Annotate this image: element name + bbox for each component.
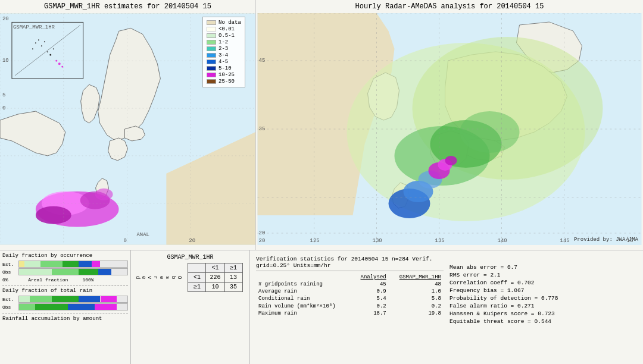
right-map-panel: Hourly Radar-AMeDAS analysis for 2014050…	[256, 0, 643, 250]
svg-text:125: 125	[310, 238, 320, 244]
svg-point-62	[445, 156, 457, 165]
svg-point-38	[49, 54, 51, 56]
est-label-2: Est.	[2, 297, 17, 302]
svg-text:140: 140	[498, 238, 507, 244]
svg-text:130: 130	[373, 238, 382, 244]
svg-text:20: 20	[189, 238, 195, 244]
stat-far: False alarm ratio = 0.271	[450, 303, 637, 309]
legend-panel: No data <0.01 0.5-1 1-2 2-3 3-4	[202, 17, 245, 87]
svg-text:0: 0	[124, 238, 127, 244]
est-occurrence-row: Est.	[2, 261, 128, 268]
contingency-title: GSMAP_MWR_1HR	[135, 254, 246, 261]
svg-point-39	[53, 48, 54, 49]
chart-title-1: Daily fraction by occurrence	[2, 253, 128, 259]
svg-text:5: 5	[2, 92, 5, 98]
est-rain-row: Est.	[2, 296, 128, 303]
svg-text:135: 135	[435, 238, 445, 244]
svg-marker-4	[108, 138, 128, 161]
verification-main: Verification statistics for 20140504 15 …	[256, 254, 444, 360]
table-row: Average rain 0.9 1.0	[256, 288, 444, 295]
legend-2-3: 2-3	[207, 46, 241, 52]
obs-rain-track	[18, 303, 128, 310]
legend-5-10: 5-10	[207, 65, 241, 71]
right-map-canvas: 45 35 20 125 130 135 140 145 15 20 Provi…	[256, 13, 643, 245]
x-axis-label: 0% Areal fraction 100%	[2, 277, 128, 283]
bottom-charts: Daily fraction by occurrence Est. Obs	[0, 250, 131, 364]
contingency-table: <1 ≥1 <1 226 13 ≥1 10 35	[188, 263, 242, 292]
svg-point-10	[36, 206, 71, 224]
total-rain-chart: Est. Obs	[2, 296, 128, 310]
stat-freq-bias: Frequency bias = 1.067	[450, 287, 637, 294]
svg-text:20: 20	[259, 230, 266, 236]
row-analysed-0: 45	[352, 281, 388, 288]
svg-text:0: 0	[2, 105, 5, 111]
col-gsmap-header: GSMAP_MWR_1HR	[389, 274, 444, 281]
row-lt1: <1	[188, 273, 206, 283]
col-gte1: ≥1	[224, 263, 242, 273]
svg-point-40	[55, 60, 57, 62]
stat-pod: Probability of detection = 0.778	[450, 295, 637, 302]
svg-text:35: 35	[259, 126, 266, 132]
bottom-section: Daily fraction by occurrence Est. Obs	[0, 250, 643, 364]
col-lt1: <1	[206, 263, 224, 273]
svg-text:145: 145	[560, 238, 570, 244]
cell-11: 35	[224, 283, 242, 292]
legend-3-4: 3-4	[207, 52, 241, 58]
left-map-title: GSMAP_MWR_1HR estimates for 20140504 15	[0, 0, 255, 13]
chart-title-2: Daily fraction of total rain	[2, 288, 128, 294]
legend-no-data: No data	[207, 20, 241, 26]
svg-point-37	[47, 51, 48, 52]
svg-text:45: 45	[259, 58, 266, 64]
main-container: GSMAP_MWR_1HR estimates for 20140504 15	[0, 0, 643, 364]
est-rain-track	[18, 296, 128, 303]
legend-25-50: 25-50	[207, 79, 241, 84]
verification-section: Verification statistics for 20140504 15 …	[250, 250, 643, 364]
legend-1-2: 1-2	[207, 39, 241, 45]
legend-05-1: 0.5-1	[207, 33, 241, 39]
stat-corr: Correlation coeff = 0.702	[450, 280, 637, 286]
row-gte1: ≥1	[188, 283, 206, 292]
est-bar-track	[18, 261, 128, 268]
svg-text:ANAL: ANAL	[136, 232, 149, 238]
row-label-1: Average rain	[256, 288, 352, 295]
row-analysed-3: 0.2	[352, 302, 388, 310]
legend-4-5: 4-5	[207, 59, 241, 65]
empty-header	[188, 263, 206, 273]
table-row: Rain volume (mm*km²×10⁶) 0.2 0.2	[256, 302, 444, 310]
stat-mae: Mean abs error = 0.7	[450, 264, 637, 271]
row-label-4: Maximum rain	[256, 310, 352, 317]
svg-point-56	[460, 111, 520, 153]
svg-point-12	[95, 189, 113, 200]
provided-by: Provided by: JWA/JMA	[574, 237, 638, 243]
svg-point-32	[35, 42, 36, 43]
svg-point-36	[44, 41, 45, 42]
row-gsmap-3: 0.2	[389, 302, 444, 310]
stat-rms: RMS error = 2.1	[450, 272, 637, 278]
row-gsmap-4: 19.8	[389, 310, 444, 317]
row-gsmap-1: 1.0	[389, 288, 444, 295]
svg-text:20: 20	[2, 16, 9, 22]
chart-title-3: Rainfall accumulation by amount	[2, 316, 128, 322]
obs-label-2: Obs	[2, 305, 17, 310]
obs-vertical-label: O b s e r v e d	[135, 276, 182, 279]
table-row: # gridpoints raining 45 48	[256, 281, 444, 288]
table-row: Conditional rain 5.4 5.8	[256, 295, 444, 302]
obs-bar-track	[18, 268, 128, 275]
table-row: Maximum rain 18.7 19.8	[256, 310, 444, 317]
col-label-header	[256, 274, 352, 281]
row-analysed-1: 0.9	[352, 288, 388, 295]
contingency-section: GSMAP_MWR_1HR O b s e r v e d <1 ≥1 <1 2…	[131, 250, 250, 364]
svg-text:20: 20	[259, 238, 266, 244]
legend-lt-001: <0.01	[207, 26, 241, 32]
svg-text:10: 10	[2, 58, 9, 64]
row-gsmap-0: 48	[389, 281, 444, 288]
occurrence-chart: Est. Obs	[2, 261, 128, 275]
row-label-3: Rain volume (mm*km²×10⁶)	[256, 302, 352, 310]
row-analysed-4: 18.7	[352, 310, 388, 317]
row-label-0: # gridpoints raining	[256, 281, 352, 288]
row-analysed-2: 5.4	[352, 295, 388, 302]
cell-00: 226	[206, 273, 224, 283]
est-label: Est.	[2, 262, 17, 267]
svg-point-35	[32, 48, 33, 49]
svg-point-41	[58, 62, 61, 65]
